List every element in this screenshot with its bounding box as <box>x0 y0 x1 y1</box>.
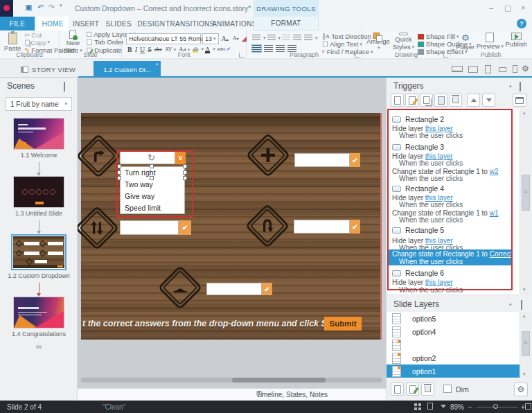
slide-thumbnail-untitled[interactable] <box>13 176 64 208</box>
turn-right-sign[interactable] <box>78 133 121 178</box>
drawing-tools-context-tab[interactable]: DRAWING TOOLS <box>254 0 319 17</box>
paste-trigger-button[interactable] <box>434 94 447 107</box>
speed-bump-sign[interactable] <box>157 265 202 310</box>
edit-trigger-button[interactable] <box>405 94 418 107</box>
slide-canvas[interactable]: v Turn right Two way Give way Speed limi… <box>78 78 386 388</box>
laptop-preview-icon[interactable] <box>452 66 463 72</box>
tab-format[interactable]: FORMAT <box>254 17 319 30</box>
tab-file[interactable]: FILE <box>0 17 35 30</box>
zoom-in-icon[interactable]: + <box>521 403 525 411</box>
slide-thumbnail-congratulations[interactable] <box>13 297 64 328</box>
publish-button[interactable]: Publish <box>506 33 527 51</box>
slide-layers-scrollbar[interactable]: ▴ ▾ <box>520 312 531 378</box>
close-button[interactable]: × <box>521 3 525 12</box>
restore-button[interactable]: ▢ <box>504 3 511 12</box>
phone-portrait-preview-icon[interactable] <box>513 65 517 73</box>
player-button[interactable]: ⚙ Player <box>456 33 475 51</box>
scrollbar-thumb[interactable] <box>522 331 530 356</box>
layer-row-option2[interactable]: option2 <box>387 351 520 364</box>
drawing-dialog-launcher-icon[interactable] <box>443 53 448 58</box>
scroll-down-icon[interactable]: ▾ <box>523 287 526 292</box>
move-trigger-down-button[interactable] <box>482 94 495 107</box>
grow-font-icon[interactable]: A▴ <box>222 35 229 42</box>
layer-row-option4[interactable]: option4 <box>387 325 520 338</box>
check-button-speed-bump[interactable]: ✔ <box>262 283 272 295</box>
undo-icon[interactable]: ↶ <box>37 3 44 12</box>
slide-view-switch-icon[interactable] <box>427 403 433 410</box>
tab-story-view[interactable]: STORY VIEW <box>21 61 76 78</box>
check-button-u-turn[interactable]: ✔ <box>350 220 360 234</box>
paste-button[interactable]: Paste <box>4 33 21 52</box>
tablet-preview-icon[interactable] <box>485 65 491 73</box>
layer-row-option5[interactable]: option5 <box>387 312 520 325</box>
answer-field-u-turn[interactable] <box>294 220 350 234</box>
edit-layer-button[interactable] <box>406 383 419 396</box>
line-spacing-icon[interactable] <box>304 35 312 42</box>
zoom-slider-thumb[interactable] <box>493 404 498 409</box>
submit-button[interactable]: Submit <box>324 317 362 331</box>
help-icon[interactable]: ? <box>517 19 526 28</box>
tab-transitions[interactable]: TRANSITIONS <box>168 17 211 30</box>
indent-icon[interactable] <box>293 35 301 42</box>
font-dialog-launcher-icon[interactable] <box>239 53 244 58</box>
quick-access-caret-icon[interactable]: ▾ <box>60 3 62 8</box>
numbered-list-icon[interactable] <box>267 35 276 42</box>
scrollbar-thumb[interactable] <box>522 175 530 211</box>
new-trigger-button[interactable] <box>391 94 404 107</box>
slide-label[interactable]: 1.4 Congratulations <box>0 331 78 337</box>
slide-stage[interactable]: v Turn right Two way Give way Speed limi… <box>81 113 382 340</box>
outdent-icon[interactable] <box>282 35 290 42</box>
new-slide-button[interactable]: New Slide▾ <box>64 30 82 54</box>
two-way-sign[interactable] <box>78 205 120 250</box>
slide-layers-collapse-icon[interactable] <box>521 300 522 310</box>
tab-slide-1-2-custom-dropdown[interactable]: 1.2 Custom Dr... × <box>94 61 161 78</box>
slide-thumbnail-custom-dropdown-selected[interactable] <box>11 234 66 270</box>
preview-button[interactable]: Preview▾ <box>477 33 504 51</box>
u-turn-sign[interactable] <box>245 203 290 248</box>
crossroads-sign[interactable] <box>245 132 290 177</box>
redo-icon[interactable]: ↷ <box>48 3 55 12</box>
arrange-button[interactable]: Arrange▾ <box>366 33 390 51</box>
timeline-states-notes-bar[interactable]: Timeline, States, Notes <box>78 388 386 401</box>
move-trigger-up-button[interactable] <box>467 94 480 107</box>
triggers-scrollbar[interactable]: ▴ ▾ <box>520 109 531 294</box>
tab-design[interactable]: DESIGN <box>136 17 166 30</box>
scene-selector-dropdown[interactable]: 1 Fruit by name ▾ <box>6 97 72 111</box>
tab-animations[interactable]: ANIMATIONS <box>213 17 255 30</box>
font-size-select[interactable]: 13▾ <box>202 33 219 44</box>
slide-thumbnail-welcome[interactable] <box>13 118 64 150</box>
tab-slides[interactable]: SLIDES <box>103 17 134 30</box>
copy-trigger-button[interactable] <box>420 94 433 107</box>
layer-row-option1-selected[interactable]: option1 <box>387 364 520 378</box>
bullet-list-icon[interactable] <box>252 35 260 42</box>
feedback-icon[interactable] <box>441 405 446 408</box>
trigger-panel-options-button[interactable] <box>513 94 526 107</box>
phone-landscape-preview-icon[interactable] <box>499 67 506 72</box>
slide-layers-menu-caret-icon[interactable]: ▾ <box>509 302 512 308</box>
answer-field-crossroads[interactable] <box>294 153 350 167</box>
answer-field-two-way[interactable] <box>120 220 179 235</box>
tab-insert[interactable]: INSERT <box>71 17 101 30</box>
triggers-collapse-icon[interactable] <box>520 82 521 91</box>
scroll-down-icon[interactable]: ▾ <box>523 371 526 377</box>
quick-styles-button[interactable]: Quick Styles▾ <box>393 33 414 51</box>
delete-trigger-button[interactable] <box>449 94 462 107</box>
check-button-crossroads[interactable]: ✔ <box>350 153 360 167</box>
font-family-select[interactable]: HelveticaNeue LT 55 Roman▾ <box>126 33 201 44</box>
monitor-preview-icon[interactable] <box>468 66 478 73</box>
canvas-horizontal-scrollbar[interactable] <box>81 378 382 383</box>
tab-home[interactable]: HOME <box>37 17 69 30</box>
delete-layer-button[interactable] <box>421 383 434 396</box>
fit-to-window-icon[interactable] <box>525 403 531 410</box>
scrollbar-thumb[interactable] <box>232 378 326 383</box>
layer-properties-gear-button[interactable]: ⚙ <box>514 383 528 396</box>
scroll-up-icon[interactable]: ▴ <box>523 313 526 319</box>
new-layer-button[interactable] <box>391 383 404 396</box>
answer-field-speed-bump[interactable] <box>206 283 262 295</box>
layer-row-option3[interactable] <box>387 338 520 351</box>
check-button-two-way[interactable]: ✔ <box>179 220 191 235</box>
shrink-font-icon[interactable]: A▾ <box>233 35 239 42</box>
save-icon[interactable]: ▣ <box>25 3 32 12</box>
minimize-button[interactable]: – <box>489 3 493 12</box>
zoom-out-icon[interactable]: − <box>468 403 472 411</box>
